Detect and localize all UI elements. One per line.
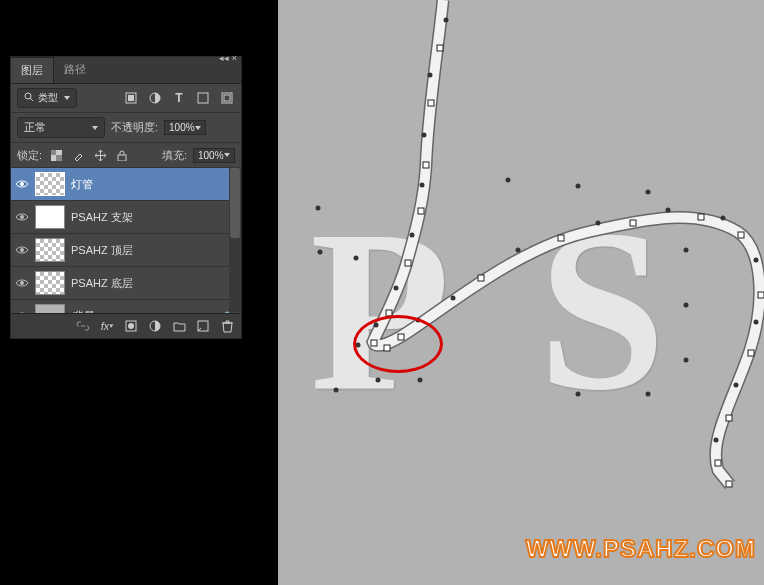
svg-rect-40 [748, 350, 754, 356]
lock-all-icon[interactable] [114, 147, 130, 163]
svg-point-54 [516, 248, 521, 253]
watermark: WWW.PSAHZ.COM [526, 535, 756, 563]
svg-point-57 [721, 216, 726, 221]
filter-kind-label: 类型 [38, 91, 58, 105]
svg-point-45 [428, 73, 433, 78]
svg-point-56 [666, 208, 671, 213]
filter-kind-select[interactable]: 类型 [17, 88, 77, 108]
opacity-value: 100% [169, 122, 195, 133]
svg-point-17 [20, 215, 24, 219]
svg-point-16 [20, 182, 24, 186]
visibility-icon[interactable] [15, 243, 29, 257]
layer-name: PSAHZ 顶层 [71, 243, 237, 258]
scroll-thumb[interactable] [230, 168, 240, 238]
svg-rect-43 [726, 481, 732, 487]
svg-rect-11 [224, 95, 230, 101]
tab-layers[interactable]: 图层 [11, 57, 54, 83]
canvas[interactable]: P S [278, 0, 764, 585]
layer-row[interactable]: PSAHZ 底层 [11, 267, 241, 300]
fill-input[interactable]: 100% [193, 148, 235, 163]
layers-panel: ◂◂ × 图层 路径 类型 T 正常 不透明度: 100% 锁定: [10, 56, 242, 339]
svg-line-5 [30, 98, 33, 101]
svg-rect-34 [478, 275, 484, 281]
svg-rect-41 [726, 415, 732, 421]
svg-rect-37 [698, 214, 704, 220]
svg-point-19 [20, 281, 24, 285]
layer-thumb [35, 172, 65, 196]
mask-icon[interactable] [123, 318, 139, 334]
visibility-icon[interactable] [15, 210, 29, 224]
layer-filter-row: 类型 T [11, 84, 241, 113]
svg-point-74 [684, 303, 689, 308]
panel-tabs: 图层 路径 [11, 57, 241, 84]
svg-point-18 [20, 248, 24, 252]
layer-thumb [35, 205, 65, 229]
svg-point-59 [754, 320, 759, 325]
filter-pixel-icon[interactable] [123, 90, 139, 106]
layer-list: 灯管 PSAHZ 支架 PSAHZ 顶层 PSAHZ 底层 背景 🔒 [11, 168, 241, 313]
blend-mode-label: 正常 [24, 120, 46, 135]
svg-rect-7 [128, 95, 134, 101]
artwork-letter-p: P [310, 178, 451, 443]
artwork-letter-s: S [538, 178, 666, 443]
lock-paint-icon[interactable] [70, 147, 86, 163]
panel-flyout-icon[interactable]: ◂◂ × [219, 53, 237, 65]
svg-rect-15 [118, 155, 126, 161]
filter-adjust-icon[interactable] [147, 90, 163, 106]
layer-row[interactable]: PSAHZ 顶层 [11, 234, 241, 267]
annotation-ellipse [353, 315, 443, 373]
svg-point-61 [714, 438, 719, 443]
new-layer-icon[interactable] [195, 318, 211, 334]
visibility-icon[interactable] [15, 276, 29, 290]
visibility-icon[interactable] [15, 309, 29, 313]
layer-row[interactable]: 灯管 [11, 168, 241, 201]
svg-point-58 [754, 258, 759, 263]
opacity-label: 不透明度: [111, 120, 158, 135]
svg-point-22 [128, 323, 134, 329]
svg-rect-27 [423, 162, 429, 168]
lock-trans-icon[interactable] [48, 147, 64, 163]
fill-label: 填充: [162, 148, 187, 163]
svg-rect-38 [738, 232, 744, 238]
opacity-input[interactable]: 100% [164, 120, 206, 135]
svg-rect-25 [437, 45, 443, 51]
layer-name: 背景 [71, 309, 215, 314]
layer-name: PSAHZ 底层 [71, 276, 237, 291]
layer-row[interactable]: PSAHZ 支架 [11, 201, 241, 234]
panel-footer: fx▾ [11, 313, 241, 338]
filter-shape-icon[interactable] [195, 90, 211, 106]
lock-icons [48, 147, 130, 163]
link-icon[interactable] [75, 318, 91, 334]
group-icon[interactable] [171, 318, 187, 334]
filter-type-icon[interactable]: T [171, 90, 187, 106]
search-icon [24, 92, 34, 104]
svg-point-73 [684, 358, 689, 363]
blend-row: 正常 不透明度: 100% [11, 113, 241, 143]
layer-name: PSAHZ 支架 [71, 210, 237, 225]
svg-point-68 [506, 178, 511, 183]
filter-icons: T [123, 90, 235, 106]
svg-point-44 [444, 18, 449, 23]
svg-point-46 [422, 133, 427, 138]
delete-icon[interactable] [219, 318, 235, 334]
svg-point-60 [734, 383, 739, 388]
adjustment-icon[interactable] [147, 318, 163, 334]
layer-thumb [35, 271, 65, 295]
fill-value: 100% [198, 150, 224, 161]
filter-smart-icon[interactable] [219, 90, 235, 106]
svg-rect-9 [198, 93, 208, 103]
lock-label: 锁定: [17, 148, 42, 163]
layer-scrollbar[interactable] [229, 167, 241, 312]
layer-thumb [35, 238, 65, 262]
svg-point-53 [451, 296, 456, 301]
layer-thumb [35, 304, 65, 313]
layer-row[interactable]: 背景 🔒 [11, 300, 241, 313]
svg-point-75 [684, 248, 689, 253]
tab-paths[interactable]: 路径 [54, 57, 96, 83]
svg-rect-13 [51, 150, 56, 155]
blend-mode-select[interactable]: 正常 [17, 117, 105, 138]
lock-move-icon[interactable] [92, 147, 108, 163]
lock-row: 锁定: 填充: 100% [11, 143, 241, 168]
fx-icon[interactable]: fx▾ [99, 318, 115, 334]
visibility-icon[interactable] [15, 177, 29, 191]
